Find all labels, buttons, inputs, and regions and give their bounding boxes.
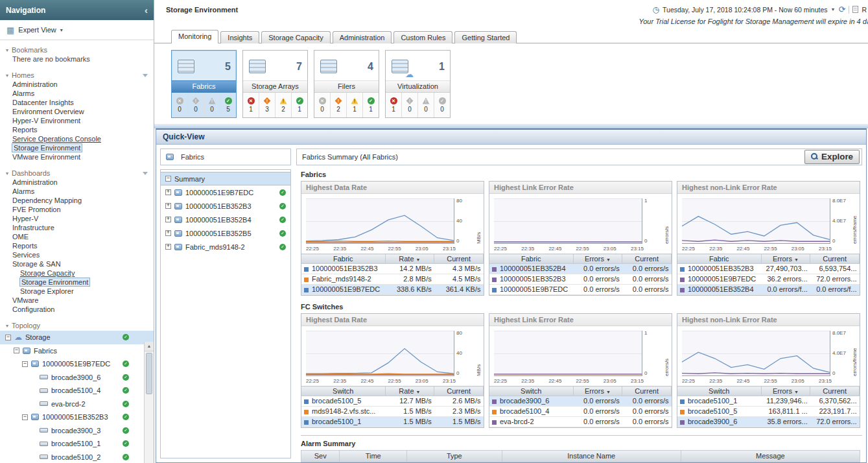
- reports-page-icon[interactable]: [852, 6, 858, 13]
- column-header-switch[interactable]: Switch: [301, 386, 385, 396]
- topology-node-100000051eb352b3[interactable]: 100000051EB352B3: [0, 410, 154, 424]
- tile-virtualization[interactable]: 1Virtualization1000: [385, 50, 451, 118]
- filter-icon[interactable]: [143, 74, 148, 77]
- refresh-icon[interactable]: ⟳: [839, 5, 846, 14]
- column-header-current[interactable]: Current: [622, 254, 672, 264]
- table-row[interactable]: 100000051EB352B327,490,703...6,593,754..…: [677, 264, 860, 274]
- table-row[interactable]: 100000051EB352B40.0 errors/s0.0 errors/s: [489, 264, 672, 274]
- column-header-switch[interactable]: Switch: [489, 386, 573, 396]
- fabrics-tree-item-summary[interactable]: Summary: [161, 172, 290, 185]
- table-row[interactable]: 100000051E9B7EDC36.2 errors...72.0 error…: [677, 274, 860, 285]
- home-item-reports[interactable]: Reports: [0, 126, 154, 135]
- dashboard-item-fve-promotion[interactable]: FVE Promotion: [0, 206, 154, 215]
- topology-node-100000051e9b7edc[interactable]: 100000051E9B7EDC: [0, 357, 154, 371]
- scrollbar-thumb[interactable]: [146, 353, 152, 394]
- dashboard-item-services[interactable]: Services: [0, 251, 154, 260]
- topology-node-brocade3900-6[interactable]: brocade3900_6: [0, 371, 154, 385]
- filter-icon[interactable]: [143, 172, 148, 175]
- column-header-errors[interactable]: Errors▼: [573, 254, 622, 264]
- column-header-current[interactable]: Current: [622, 386, 672, 396]
- dashboard-item-ome[interactable]: OME: [0, 233, 154, 242]
- topology-node-storage[interactable]: ☁Storage: [0, 331, 154, 344]
- tile-fabrics[interactable]: 5Fabrics0005: [171, 50, 237, 118]
- tree-expander-icon[interactable]: [165, 176, 171, 182]
- dashboard-item-storage-environment[interactable]: Storage Environment: [0, 278, 154, 287]
- expert-view-selector[interactable]: ▦ Expert View ▾: [0, 20, 154, 40]
- column-header-rate[interactable]: Rate▼: [385, 386, 434, 396]
- dashboard-item-storage-san[interactable]: Storage & SAN: [0, 260, 154, 269]
- alarm-column-header-sev[interactable]: Sev: [301, 450, 340, 462]
- tree-expander-icon[interactable]: [22, 361, 28, 367]
- bookmarks-section-header[interactable]: ▾Bookmarks: [0, 45, 154, 55]
- home-item-vmware-environment[interactable]: VMware Environment: [0, 153, 154, 162]
- table-row[interactable]: brocade5100_5163,811.1 ...223,191.7...: [677, 407, 860, 417]
- dashboard-item-configuration[interactable]: Configuration: [0, 305, 154, 315]
- chart-plot[interactable]: [682, 331, 830, 376]
- chart-plot[interactable]: [682, 198, 830, 244]
- table-row[interactable]: brocade3900_635.8 errors...72.0 errors..…: [677, 417, 860, 427]
- column-header-current[interactable]: Current: [434, 386, 484, 396]
- table-row[interactable]: 100000051E9B7EDC338.6 KB/s361.4 KB/s: [301, 285, 484, 295]
- topology-node-eva-brcd-2[interactable]: eva-brcd-2: [0, 398, 154, 411]
- home-item-alarms[interactable]: Alarms: [0, 89, 154, 99]
- table-row[interactable]: 100000051EB352B30.0 errors/s0.0 errors/s: [489, 274, 672, 285]
- homes-section-header[interactable]: ▾Homes: [0, 70, 154, 80]
- tree-expander-icon[interactable]: [165, 217, 171, 222]
- scrollbar-up-icon[interactable]: ▲: [145, 342, 154, 351]
- table-row[interactable]: Fabric_mds9148-22.8 MB/s4.5 MB/s: [301, 274, 484, 285]
- tab-getting-started[interactable]: Getting Started: [454, 31, 517, 43]
- tile-storage-arrays[interactable]: 7Storage Arrays1321: [242, 50, 308, 118]
- column-header-fabric[interactable]: Fabric: [301, 254, 385, 264]
- topology-node-fabrics[interactable]: Fabrics: [0, 344, 154, 358]
- fabrics-tree-item-fabric-mds9148-2[interactable]: Fabric_mds9148-2: [161, 240, 290, 254]
- tab-storage-capacity[interactable]: Storage Capacity: [261, 31, 330, 43]
- fabrics-tree-item-100000051eb352b3[interactable]: 100000051EB352B3: [161, 199, 290, 213]
- tab-monitoring[interactable]: Monitoring: [171, 30, 218, 43]
- column-header-errors[interactable]: Errors▼: [573, 386, 622, 396]
- alarm-column-header-type[interactable]: Type: [407, 450, 502, 462]
- tab-custom-rules[interactable]: Custom Rules: [393, 31, 452, 43]
- table-row[interactable]: 100000051E9B7EDC0.0 errors/s0.0 errors/s: [489, 285, 672, 295]
- column-header-current[interactable]: Current: [810, 386, 860, 396]
- column-header-switch[interactable]: Switch: [677, 386, 761, 396]
- table-row[interactable]: 100000051EB352B314.2 MB/s4.3 MB/s: [301, 264, 484, 274]
- column-header-current[interactable]: Current: [810, 254, 860, 264]
- tab-administration[interactable]: Administration: [333, 31, 392, 43]
- table-row[interactable]: mds9148-2.vfs.stc...1.5 MB/s2.3 MB/s: [301, 407, 484, 417]
- reports-label[interactable]: R: [862, 6, 867, 14]
- column-header-errors[interactable]: Errors▼: [761, 254, 810, 264]
- table-row[interactable]: brocade3900_60.0 errors/s0.0 errors/s: [489, 396, 672, 407]
- tile-filers[interactable]: 4Filers0211: [314, 50, 379, 118]
- dashboard-item-dependency-mapping[interactable]: Dependency Mapping: [0, 196, 154, 206]
- sidebar-scrollbar[interactable]: ▲: [144, 342, 154, 463]
- tree-expander-icon[interactable]: [14, 348, 19, 353]
- column-header-errors[interactable]: Errors▼: [761, 386, 810, 396]
- topology-node-brocade3900-3[interactable]: brocade3900_3: [0, 424, 154, 438]
- home-item-service-operations-console[interactable]: Service Operations Console: [0, 135, 154, 144]
- table-row[interactable]: brocade5100_40.0 errors/s0.0 errors/s: [489, 407, 672, 417]
- tree-expander-icon[interactable]: [165, 203, 171, 209]
- chart-plot[interactable]: [306, 331, 454, 376]
- column-header-current[interactable]: Current: [434, 254, 484, 264]
- timerange-text[interactable]: Tuesday, July 17, 2018 10:24:08 PM - Now…: [663, 6, 827, 14]
- home-item-environment-overview[interactable]: Environment Overview: [0, 108, 154, 117]
- timerange-dropdown-icon[interactable]: ▼: [831, 7, 836, 12]
- topology-section-header[interactable]: ▾Topology: [0, 320, 154, 331]
- dashboards-section-header[interactable]: ▾Dashboards: [0, 168, 154, 178]
- chart-plot[interactable]: [494, 198, 642, 244]
- dashboard-item-vmware[interactable]: VMware: [0, 296, 154, 305]
- column-header-fabric[interactable]: Fabric: [489, 254, 573, 264]
- tree-expander-icon[interactable]: [165, 244, 171, 250]
- table-row[interactable]: brocade5100_11.5 MB/s1.5 MB/s: [301, 417, 484, 427]
- table-row[interactable]: 100000051EB352B40.0 errors/f...0.0 error…: [677, 285, 860, 295]
- home-item-storage-environment[interactable]: Storage Environment: [0, 144, 154, 153]
- dashboard-item-administration[interactable]: Administration: [0, 178, 154, 187]
- home-item-datacenter-insights[interactable]: Datacenter Insights: [0, 99, 154, 108]
- tree-expander-icon[interactable]: [5, 335, 11, 340]
- dashboard-item-infrastructure[interactable]: Infrastructure: [0, 224, 154, 233]
- topology-node-brocade5100-2[interactable]: brocade5100_2: [0, 451, 154, 463]
- dashboard-item-hyper-v[interactable]: Hyper-V: [0, 215, 154, 224]
- tab-insights[interactable]: Insights: [220, 31, 259, 43]
- alarm-column-header-instance-name[interactable]: Instance Name: [502, 450, 681, 462]
- tree-expander-icon[interactable]: [22, 414, 28, 420]
